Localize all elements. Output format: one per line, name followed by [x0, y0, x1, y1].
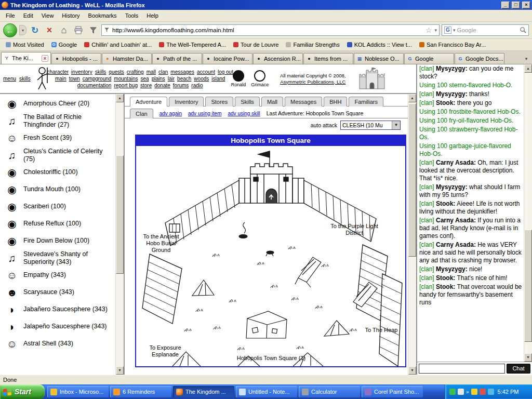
nav-crafting[interactable]: crafting	[127, 69, 144, 75]
nav-donate[interactable]: donate	[154, 83, 170, 88]
nav-beach[interactable]: beach	[177, 76, 191, 82]
chat-player-name[interactable]: Mysyzygy:	[436, 265, 468, 273]
nav-store[interactable]: store	[140, 83, 152, 88]
bookmark-item[interactable]: Familiar Strengths	[283, 41, 342, 49]
scroll-down-icon[interactable]: ▼	[408, 366, 416, 375]
tab-inventory[interactable]: Inventory	[169, 97, 204, 107]
chat-player-name[interactable]: Stook:	[436, 274, 455, 282]
tab-kingdom-of-loathing[interactable]: Y The Ki... ×	[1, 52, 51, 64]
tray-icon[interactable]	[458, 389, 464, 395]
nav-radio[interactable]: radio	[191, 83, 203, 88]
nav-character[interactable]: character	[47, 69, 69, 75]
url-bar[interactable]: http://www6.kingdomofloathing.com/main.h…	[101, 24, 440, 36]
effect-row[interactable]: ☺Astral Shell (343)	[0, 335, 115, 352]
tab-ascension[interactable]: ●Ascension R...	[253, 53, 303, 64]
effect-row[interactable]: ☺Empathy (343)	[0, 267, 115, 284]
tray-icon[interactable]	[449, 389, 456, 395]
effect-row[interactable]: ♫The Ballad of Richie Thingfinder (27)	[0, 112, 115, 129]
back-button[interactable]: ←	[3, 23, 17, 37]
effect-row[interactable]: ♫Stevedave's Shanty of Superiority (343)	[0, 249, 115, 267]
chat-player-name[interactable]: Carny Asada:	[436, 241, 476, 248]
effect-row[interactable]: ◉Tundra Mouth (100)	[0, 181, 115, 198]
tab-list-dropdown-icon[interactable]: ▾	[522, 54, 531, 64]
chat-player-name[interactable]: Mysyzygy:	[436, 65, 468, 72]
tab-noblesse[interactable]: ▦Noblesse O...	[354, 53, 404, 64]
taskbar-button-notepad[interactable]: Untitled - Note...	[236, 386, 297, 397]
nav-account[interactable]: account	[197, 69, 215, 75]
effect-row[interactable]: ♫Cletus's Canticle of Celerity (75)	[0, 147, 115, 164]
taskbar-button-outlook[interactable]: Inbox - Microso...	[47, 386, 109, 397]
nav-island[interactable]: island	[211, 76, 225, 82]
effect-row[interactable]: ◉Scariberi (100)	[0, 198, 115, 215]
nav-campground[interactable]: campground	[83, 76, 112, 82]
stop-icon[interactable]: ×	[43, 24, 56, 36]
scrollbar-thumb[interactable]	[116, 155, 124, 274]
tab-hamster[interactable]: ●Hamster Da...	[102, 53, 152, 64]
nav-plains[interactable]: plains	[152, 76, 165, 82]
chat-player-name[interactable]: Mysyzygy:	[436, 90, 468, 98]
scroll-down-icon[interactable]: ▼	[524, 353, 532, 362]
effect-row[interactable]: ☻Scarysauce (343)	[0, 284, 115, 301]
tab-stores[interactable]: Stores	[205, 97, 233, 107]
history-dropdown-icon[interactable]: ▾	[19, 25, 26, 35]
chat-player-name[interactable]: Stook:	[436, 283, 455, 290]
nav-forums[interactable]: forums	[173, 83, 189, 88]
tab-google[interactable]: GGoogle	[404, 53, 454, 64]
chat-input[interactable]	[419, 364, 505, 374]
minimize-button[interactable]: _	[501, 2, 510, 9]
tray-icon[interactable]	[480, 389, 486, 395]
nav-lair[interactable]: lair	[168, 76, 175, 82]
chat-scrollbar[interactable]: ▲ ▼	[524, 64, 532, 362]
tab-clan[interactable]: Clan	[130, 109, 153, 118]
scroll-up-icon[interactable]: ▲	[524, 64, 532, 73]
tray-icon[interactable]	[471, 389, 477, 395]
nav-mountains[interactable]: mountains	[114, 76, 138, 82]
bookmark-star-icon[interactable]: ☆	[425, 26, 432, 34]
nav-messages[interactable]: messages	[170, 69, 194, 75]
search-input[interactable]: Google	[457, 27, 518, 33]
bookmark-item[interactable]: San Francisco Bay Ar...	[416, 41, 489, 49]
start-button[interactable]: Start	[0, 384, 45, 399]
menu-help[interactable]: Help	[142, 10, 163, 21]
close-button[interactable]: ×	[522, 2, 530, 9]
menu-tools[interactable]: Tools	[121, 10, 143, 21]
refresh-icon[interactable]: ↻	[29, 24, 41, 36]
adv-using-skill-link[interactable]: adv using skill	[228, 111, 260, 116]
effect-row[interactable]: ◗Jabañero Saucesphere (343)	[0, 301, 115, 318]
nav-clan[interactable]: clan	[158, 69, 168, 75]
tray-icon[interactable]	[488, 389, 494, 395]
auto-attack-select[interactable]: CLEESH (10 Mu ▼	[340, 121, 401, 130]
print-icon[interactable]	[72, 24, 85, 36]
taskbar-button-firefox[interactable]: The Kingdom ...	[173, 386, 234, 397]
search-engine-dropdown-icon[interactable]: ▾	[453, 28, 456, 33]
effect-row[interactable]: ☺Fresh Scent (39)	[0, 129, 115, 147]
tab-skills[interactable]: Skills	[235, 97, 260, 107]
tab-mall[interactable]: Mall	[261, 97, 283, 107]
bookmark-item[interactable]: The Well-Tempered A...	[156, 41, 229, 49]
adv-again-link[interactable]: adv again	[159, 111, 182, 116]
chat-send-button[interactable]: Chat	[507, 364, 530, 374]
close-tab-icon[interactable]: ×	[42, 55, 48, 62]
bookmark-item[interactable]: Tour de Louvre	[230, 41, 282, 49]
menu-file[interactable]: File	[2, 10, 19, 21]
taskbar-button-corel[interactable]: Corel Paint Sho...	[362, 386, 423, 397]
asymmetric-link[interactable]: Asymmetric Publications, LLC	[274, 79, 352, 85]
scrollbar-thumb[interactable]	[524, 230, 532, 342]
nav-mall[interactable]: mall	[147, 69, 156, 75]
bookmark-item[interactable]: Chillin' and Loathin' at...	[81, 41, 155, 49]
nav-skills[interactable]: skills	[95, 69, 107, 75]
nav-town[interactable]: town	[69, 76, 80, 82]
scroll-down-icon[interactable]: ▼	[116, 366, 124, 375]
filter-icon[interactable]	[87, 24, 99, 36]
bookmark-most-visited[interactable]: Most Visited	[3, 41, 47, 49]
menu-edit[interactable]: Edit	[19, 10, 37, 21]
url-dropdown-icon[interactable]: ▾	[434, 28, 437, 33]
effect-row[interactable]: ◉Amorphous Cheer (20)	[0, 95, 115, 112]
chat-player-name[interactable]: Carny Asada:	[436, 217, 476, 224]
chat-player-name[interactable]: Stook:	[436, 99, 455, 107]
effect-row[interactable]: ◉Fire Down Below (100)	[0, 232, 115, 249]
mainframe-scrollbar[interactable]: ▲ ▼	[408, 94, 416, 375]
chat-player-name[interactable]: Carny Asada:	[436, 159, 476, 166]
nav-documentation[interactable]: documentation	[77, 83, 112, 88]
tab-adventure[interactable]: Adventure	[130, 97, 167, 107]
